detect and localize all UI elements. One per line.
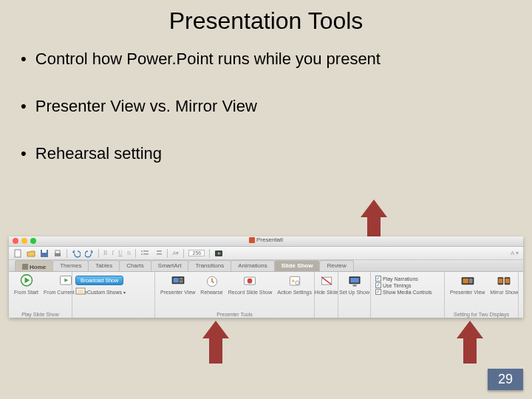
numbering-icon[interactable]: [154, 249, 163, 258]
powerpoint-ribbon-screenshot: Presentati B I U S A▾ 256 A ▾ Home Theme…: [9, 236, 523, 318]
svg-rect-16: [78, 290, 83, 293]
svg-rect-37: [505, 279, 510, 284]
print-icon[interactable]: [53, 249, 62, 258]
group-caption: Presenter Tools: [155, 312, 314, 317]
svg-point-6: [141, 250, 143, 252]
svg-rect-30: [352, 284, 356, 287]
rehearse-button[interactable]: Rehearse: [198, 274, 225, 295]
close-icon: [13, 238, 18, 244]
svg-rect-29: [350, 278, 359, 283]
tab-themes[interactable]: Themes: [52, 260, 89, 271]
minimize-icon: [21, 238, 27, 244]
svg-rect-3: [42, 250, 47, 253]
save-icon[interactable]: [40, 249, 49, 258]
tab-tables[interactable]: Tables: [88, 260, 120, 271]
quick-access-toolbar: B I U S A▾ 256 A ▾: [9, 247, 523, 260]
svg-point-8: [141, 253, 143, 255]
svg-rect-33: [468, 279, 472, 284]
tab-charts[interactable]: Charts: [119, 260, 151, 271]
svg-rect-19: [179, 278, 183, 280]
document-title: Presentati: [249, 236, 283, 243]
group-caption: Setting for Two Displays: [445, 312, 518, 317]
bullet-item: Presenter View vs. Mirror View: [21, 97, 511, 116]
mirror-show-button[interactable]: Mirror Show: [488, 274, 520, 295]
play-narrations-checkbox[interactable]: ✓Play Narrations: [375, 276, 440, 282]
record-slide-show-button[interactable]: Record Slide Show: [226, 274, 275, 295]
callout-arrow: [457, 321, 483, 364]
ribbon-tabs: Home Themes Tables Charts SmartArt Trans…: [9, 260, 523, 272]
presenter-view-display-button[interactable]: Presenter View: [448, 274, 487, 295]
tab-home[interactable]: Home: [15, 260, 53, 271]
svg-rect-0: [249, 237, 255, 243]
svg-rect-35: [499, 279, 503, 284]
broadcast-show-button[interactable]: Broadcast Show: [75, 276, 123, 285]
redo-icon[interactable]: [85, 249, 94, 258]
svg-rect-1: [15, 250, 21, 257]
show-media-controls-checkbox[interactable]: ✓Show Media Controls: [375, 289, 440, 295]
presenter-view-button[interactable]: Presenter View: [158, 274, 197, 295]
tab-transitions[interactable]: Transitions: [188, 260, 231, 271]
zoom-icon: [30, 238, 36, 244]
action-settings-button[interactable]: Action Settings: [275, 274, 314, 295]
tab-animations[interactable]: Animations: [231, 260, 275, 271]
tab-slide-show[interactable]: Slide Show: [274, 260, 321, 271]
open-icon[interactable]: [27, 249, 35, 258]
callout-arrow: [202, 321, 229, 364]
svg-rect-7: [143, 250, 149, 252]
use-timings-checkbox[interactable]: ✓Use Timings: [375, 282, 440, 288]
svg-rect-32: [463, 279, 468, 284]
set-up-show-button[interactable]: Set Up Show: [341, 274, 367, 295]
svg-rect-20: [179, 280, 183, 282]
bullet-item: Rehearsal setting: [21, 144, 511, 163]
svg-rect-18: [173, 278, 179, 283]
group-caption: Play Slide Show: [9, 312, 72, 317]
from-start-button[interactable]: From Start: [12, 274, 41, 295]
custom-shows-button[interactable]: Custom Shows▾: [75, 287, 126, 296]
new-icon[interactable]: [13, 249, 22, 258]
tab-smartart[interactable]: SmartArt: [151, 260, 189, 271]
play-icon[interactable]: [214, 249, 223, 258]
slide-title: Presentation Tools: [0, 0, 532, 35]
bullet-item: Control how Power.Point runs while you p…: [21, 50, 511, 69]
bullets-icon[interactable]: [140, 249, 149, 258]
svg-point-23: [248, 279, 253, 284]
zoom-field[interactable]: 256: [188, 250, 205, 256]
page-number: 29: [488, 369, 523, 390]
ribbon-content: From Start From Current Slide Play Slide…: [9, 272, 523, 318]
bullet-list: Control how Power.Point runs while you p…: [0, 35, 532, 163]
window-titlebar: Presentati: [9, 236, 523, 247]
svg-rect-9: [143, 253, 149, 255]
svg-rect-5: [55, 250, 60, 253]
tab-review[interactable]: Review: [319, 260, 353, 271]
svg-rect-11: [157, 253, 162, 255]
undo-icon[interactable]: [72, 249, 81, 258]
svg-rect-10: [157, 250, 162, 252]
hide-slide-button[interactable]: Hide Slide: [318, 274, 335, 295]
